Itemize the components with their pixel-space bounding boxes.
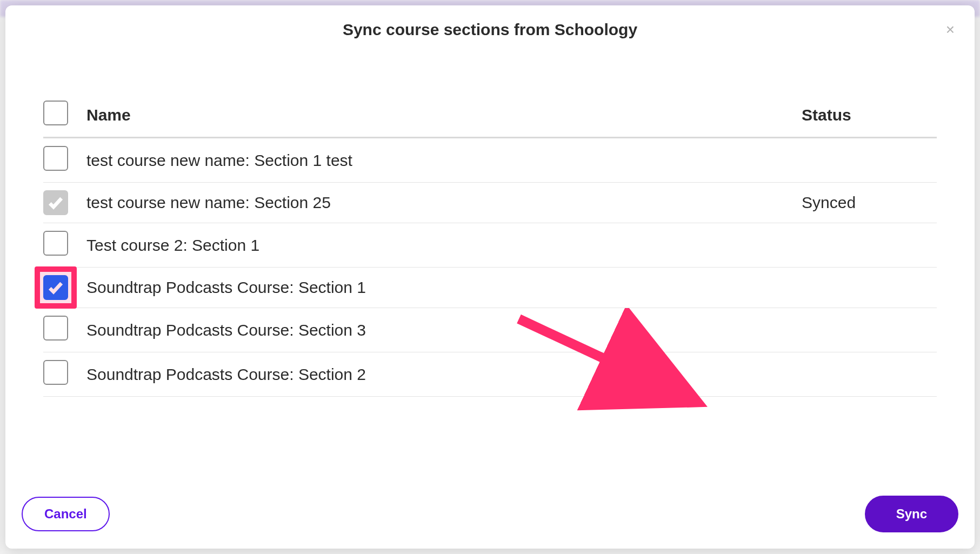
sync-button[interactable]: Sync [865, 496, 958, 532]
column-header-status: Status [796, 93, 937, 138]
row-checkbox [43, 190, 68, 215]
row-checkbox[interactable] [43, 231, 68, 256]
table-row: test course new name: Section 25Synced [43, 183, 937, 223]
table-row: Soundtrap Podcasts Course: Section 2 [43, 352, 937, 397]
row-status [796, 223, 937, 268]
check-icon [47, 279, 64, 296]
row-checkbox[interactable] [43, 360, 68, 385]
row-name: Soundtrap Podcasts Course: Section 1 [81, 268, 796, 308]
row-checkbox[interactable] [43, 316, 68, 341]
row-checkbox[interactable] [43, 275, 68, 300]
table-row: test course new name: Section 1 test [43, 138, 937, 183]
cancel-button[interactable]: Cancel [22, 497, 110, 531]
sync-modal: Sync course sections from Schoology × Na… [5, 5, 975, 549]
row-status [796, 308, 937, 352]
row-name: Soundtrap Podcasts Course: Section 3 [81, 308, 796, 352]
row-status: Synced [796, 183, 937, 223]
row-status [796, 268, 937, 308]
modal-footer: Cancel Sync [5, 485, 975, 549]
row-name: Soundtrap Podcasts Course: Section 2 [81, 352, 796, 397]
modal-title: Sync course sections from Schoology [343, 21, 637, 39]
row-name: test course new name: Section 1 test [81, 138, 796, 183]
close-icon: × [946, 22, 955, 37]
row-name: test course new name: Section 25 [81, 183, 796, 223]
modal-header: Sync course sections from Schoology × [5, 5, 975, 50]
row-checkbox[interactable] [43, 146, 68, 171]
table-row: Soundtrap Podcasts Course: Section 1 [43, 268, 937, 308]
modal-body: Name Status test course new name: Sectio… [5, 50, 975, 485]
table-row: Test course 2: Section 1 [43, 223, 937, 268]
row-status [796, 352, 937, 397]
table-row: Soundtrap Podcasts Course: Section 3 [43, 308, 937, 352]
row-name: Test course 2: Section 1 [81, 223, 796, 268]
select-all-checkbox[interactable] [43, 101, 68, 125]
check-icon [47, 194, 64, 211]
row-status [796, 138, 937, 183]
table-header-row: Name Status [43, 93, 937, 138]
sections-table: Name Status test course new name: Sectio… [43, 93, 937, 397]
column-header-name: Name [81, 93, 796, 138]
close-button[interactable]: × [942, 22, 958, 38]
